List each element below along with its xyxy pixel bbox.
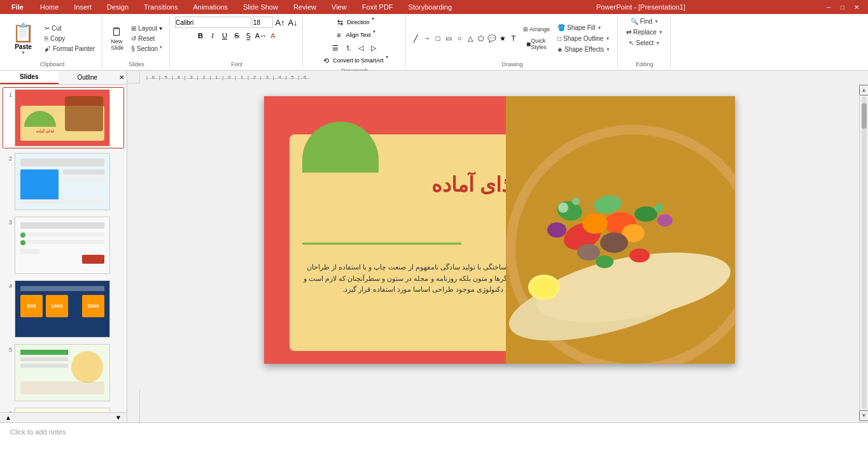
section-label: Section * bbox=[137, 45, 162, 52]
slide-num-2: 2 bbox=[4, 155, 12, 162]
new-slide-label: NewSlide bbox=[111, 38, 123, 51]
convert-smartart-button[interactable]: ⟲ bbox=[320, 55, 332, 66]
slide-thumb-1[interactable]: 1 غذای آماده bbox=[3, 87, 124, 148]
editing-group-label: Editing bbox=[636, 60, 654, 68]
copy-label: Copy bbox=[50, 35, 65, 42]
bold-button[interactable]: B bbox=[195, 30, 206, 41]
slide-thumb-5[interactable]: 5 bbox=[3, 342, 124, 403]
quick-styles-button[interactable]: ◼ QuickStyles bbox=[520, 36, 553, 52]
horizontal-ruler: |...6...|...5...|...4...|...3...|...2...… bbox=[140, 71, 868, 83]
underline-button[interactable]: U bbox=[219, 30, 230, 41]
quick-styles-icon: ◼ bbox=[526, 41, 531, 47]
close-button[interactable]: ✕ bbox=[850, 2, 863, 12]
tab-insert[interactable]: Insert bbox=[66, 2, 99, 12]
callout-shape[interactable]: 💬 bbox=[487, 33, 497, 43]
svg-rect-2 bbox=[127, 83, 140, 389]
layout-button[interactable]: ⊞ Layout ▾ bbox=[128, 24, 165, 33]
shape-fill-dropdown: ▼ bbox=[597, 25, 601, 30]
select-icon: ↖ bbox=[629, 39, 634, 47]
font-size-input[interactable] bbox=[253, 17, 273, 28]
tab-design[interactable]: Design bbox=[99, 2, 136, 12]
scroll-up-arrow[interactable]: ▲ bbox=[859, 85, 868, 96]
indent-decrease-button[interactable]: ◁ bbox=[355, 42, 367, 54]
slide-thumb-3[interactable]: 3 bbox=[3, 215, 124, 276]
clipboard-group-label: Clipboard bbox=[40, 60, 65, 68]
tab-outline[interactable]: Outline bbox=[59, 71, 117, 84]
shadow-button[interactable]: S̲ bbox=[243, 30, 255, 41]
line-shape[interactable]: ╱ bbox=[411, 33, 421, 43]
tab-foxit[interactable]: Foxit PDF bbox=[354, 2, 401, 12]
slide-thumb-2[interactable]: 2 bbox=[3, 151, 124, 212]
font-name-input[interactable] bbox=[175, 17, 251, 28]
paste-button[interactable]: 📋 Paste ▼ bbox=[6, 19, 40, 58]
slide-thumb-6[interactable]: 6 bbox=[3, 406, 124, 412]
format-painter-button[interactable]: 🖌 Format Painter bbox=[41, 44, 98, 54]
quick-styles-label: QuickStyles bbox=[531, 38, 547, 50]
replace-button[interactable]: ⇄ Replace ▼ bbox=[623, 27, 666, 37]
svg-point-26 bbox=[596, 255, 613, 268]
oval-shape[interactable]: ○ bbox=[454, 33, 465, 43]
copy-button[interactable]: ⎘ Copy bbox=[41, 34, 98, 43]
slide-thumb-4[interactable]: 4 899 1900 3900 bbox=[3, 278, 124, 340]
tab-transitions[interactable]: Transitions bbox=[136, 2, 185, 12]
slide-preview-2 bbox=[15, 153, 110, 210]
title-bar: File Home Insert Design Transitions Anim… bbox=[0, 0, 868, 14]
shape-outline-button[interactable]: □ Shape Outline ▼ bbox=[554, 34, 613, 43]
textbox-shape[interactable]: T bbox=[508, 33, 519, 43]
arrow-shape[interactable]: → bbox=[422, 33, 432, 43]
triangle-shape[interactable]: △ bbox=[465, 33, 475, 43]
tab-home[interactable]: Home bbox=[32, 2, 66, 12]
paragraph-group-content: ⇆ Direction ▼ ≡ Align Text ▼ ☰ ⒈ ◁ ▷ ⟲ bbox=[320, 17, 389, 66]
tab-storyboarding[interactable]: Storyboarding bbox=[401, 2, 460, 12]
shape-fill-button[interactable]: 🪣 Shape Fill ▼ bbox=[554, 23, 613, 32]
scroll-down-arrow[interactable]: ▼ bbox=[859, 410, 868, 421]
slide-green-arch bbox=[302, 122, 379, 173]
select-button[interactable]: ↖ Select ▼ bbox=[626, 38, 663, 48]
rect-shape[interactable]: □ bbox=[433, 33, 443, 43]
new-slide-button[interactable]: 🗒 NewSlide bbox=[108, 24, 127, 53]
file-button[interactable]: File bbox=[5, 2, 30, 12]
cut-button[interactable]: ✂ Cut bbox=[41, 24, 98, 33]
font-grow-button[interactable]: A↑ bbox=[274, 17, 286, 28]
minimize-button[interactable]: ─ bbox=[822, 2, 835, 12]
slide-num-3: 3 bbox=[4, 219, 12, 226]
arrange-button[interactable]: ⊞ Arrange bbox=[520, 24, 553, 34]
scroll-track[interactable] bbox=[862, 97, 867, 409]
cut-label: Cut bbox=[52, 25, 62, 32]
char-spacing-button[interactable]: A↔ bbox=[255, 30, 267, 41]
text-direction-button[interactable]: ⇆ bbox=[334, 17, 346, 28]
numbering-button[interactable]: ⒈ bbox=[342, 42, 354, 54]
font-color-button[interactable]: A bbox=[267, 30, 279, 41]
bullets-button[interactable]: ☰ bbox=[330, 42, 341, 54]
indent-increase-button[interactable]: ▷ bbox=[368, 42, 379, 54]
section-button[interactable]: § Section * bbox=[128, 44, 165, 54]
tab-view[interactable]: View bbox=[324, 2, 354, 12]
format-painter-label: Format Painter bbox=[53, 45, 95, 52]
paragraph-row4: ⟲ Convert to SmartArt ▼ bbox=[320, 55, 389, 66]
tab-slideshow[interactable]: Slide Show bbox=[235, 2, 286, 12]
rounded-rect-shape[interactable]: ▭ bbox=[444, 33, 454, 43]
clipboard-content: 📋 Paste ▼ ✂ Cut ⎘ Copy 🖌 Format P bbox=[6, 17, 98, 60]
font-shrink-button[interactable]: A↓ bbox=[287, 17, 298, 28]
star-shape[interactable]: ★ bbox=[498, 33, 508, 43]
slide-canvas[interactable]: غذای آماده لورم ایپسوم متن ساختگی با تول… bbox=[264, 96, 735, 364]
tab-animations[interactable]: Animations bbox=[185, 2, 235, 12]
ruler-svg: |...6...|...5...|...4...|...3...|...2...… bbox=[140, 71, 868, 83]
slides-scroll-up[interactable]: ▲ bbox=[5, 414, 11, 421]
align-text-button[interactable]: ≡ bbox=[333, 29, 345, 41]
slides-panel-close[interactable]: ✕ bbox=[116, 71, 127, 84]
reset-button[interactable]: ↺ Reset bbox=[128, 34, 165, 43]
maximize-button[interactable]: □ bbox=[836, 2, 849, 12]
notes-placeholder: Click to add notes bbox=[10, 428, 66, 436]
canvas-scroll[interactable]: غذای آماده لورم ایپسوم متن ساختگی با تول… bbox=[140, 83, 859, 422]
italic-button[interactable]: I bbox=[207, 30, 218, 41]
tab-review[interactable]: Review bbox=[286, 2, 324, 12]
tab-slides[interactable]: Slides bbox=[0, 71, 59, 84]
shape-effects-button[interactable]: ◈ Shape Effects ▼ bbox=[554, 45, 613, 54]
canvas-wrapper: |...6...|...5...|...4...|...3...|...2...… bbox=[127, 71, 868, 422]
pentagon-shape[interactable]: ⬠ bbox=[476, 33, 486, 43]
strikethrough-button[interactable]: S bbox=[231, 30, 242, 41]
slides-scroll-down[interactable]: ▼ bbox=[115, 414, 122, 421]
find-button[interactable]: 🔍 Find ▼ bbox=[627, 17, 662, 26]
notes-area[interactable]: Click to add notes bbox=[0, 422, 868, 451]
